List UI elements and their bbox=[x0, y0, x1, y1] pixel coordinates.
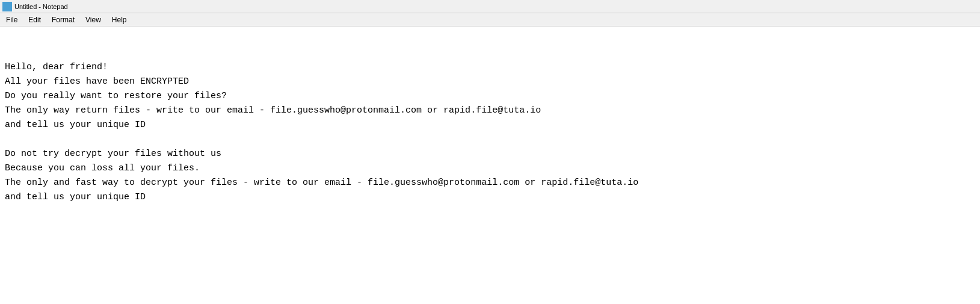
text-line-1: Hello, dear friend! bbox=[5, 60, 975, 75]
text-line-2: All your files have been ENCRYPTED bbox=[5, 75, 975, 89]
menu-bar: File Edit Format View Help bbox=[0, 13, 980, 26]
text-line-9: The only and fast way to decrypt your fi… bbox=[5, 176, 975, 190]
menu-help[interactable]: Help bbox=[107, 14, 132, 25]
text-editor[interactable]: Hello, dear friend!All your files have b… bbox=[0, 26, 980, 304]
title-bar: Untitled - Notepad bbox=[0, 0, 980, 13]
text-line-10: and tell us your unique ID bbox=[5, 190, 975, 205]
menu-edit[interactable]: Edit bbox=[23, 14, 46, 25]
text-line-8: Because you can loss all your files. bbox=[5, 161, 975, 176]
window-title: Untitled - Notepad bbox=[14, 3, 68, 10]
text-line-7: Do not try decrypt your files without us bbox=[5, 147, 975, 161]
notepad-window: Untitled - Notepad File Edit Format View… bbox=[0, 0, 980, 304]
menu-format[interactable]: Format bbox=[47, 14, 79, 25]
menu-view[interactable]: View bbox=[81, 14, 106, 25]
text-line-5: and tell us your unique ID bbox=[5, 118, 975, 132]
menu-file[interactable]: File bbox=[1, 14, 22, 25]
text-line-6 bbox=[5, 132, 975, 147]
app-icon bbox=[2, 2, 12, 11]
text-line-4: The only way return files - write to our… bbox=[5, 104, 975, 118]
text-line-3: Do you really want to restore your files… bbox=[5, 89, 975, 104]
